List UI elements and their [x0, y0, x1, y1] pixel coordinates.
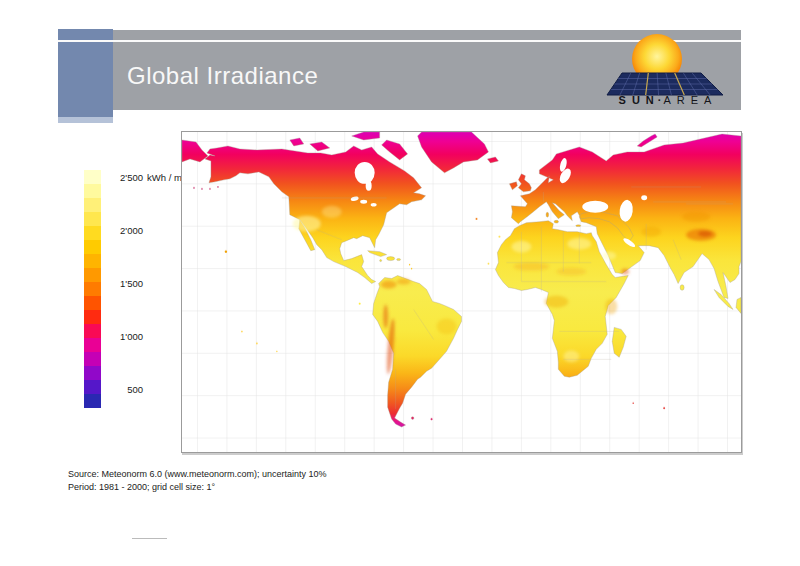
james-bay [366, 181, 372, 191]
island-polynesia-1 [241, 330, 243, 332]
source-line-2: Period: 1981 - 2000; grid cell size: 1° [68, 481, 327, 494]
island-cape-verde [488, 263, 490, 265]
land-jamaica [380, 260, 382, 262]
island-kerguelen [663, 407, 665, 409]
patch-tarim [682, 212, 710, 222]
island-polynesia-3 [276, 351, 278, 353]
island-crozet [632, 402, 634, 404]
island-canaries [498, 236, 500, 238]
patch-great-plains [322, 206, 342, 218]
land-falklands [411, 417, 414, 420]
legend-color-band [84, 240, 101, 254]
patch-arabia [602, 252, 616, 260]
legend-tick-value: 500 [106, 384, 143, 395]
patch-us-southwest [293, 216, 321, 232]
aral-sea [641, 195, 647, 200]
great-lake-3 [371, 203, 377, 207]
legend-tick-value: 1'500 [106, 278, 143, 289]
patch-himalaya [698, 231, 712, 237]
source-note: Source: Meteonorm 6.0 (www.meteonorm.com… [68, 468, 327, 494]
legend-colorbar [84, 170, 101, 408]
legend-tick-value: 1'000 [106, 331, 143, 342]
legend-color-band [84, 310, 101, 324]
land-puerto-rico [397, 259, 401, 261]
legend-tick-1000: 1'000 [106, 331, 143, 342]
land-hispaniola [387, 257, 395, 261]
patch-brazil [437, 318, 457, 334]
island-antilles-2 [411, 268, 412, 269]
legend-color-band [84, 212, 101, 226]
legend-color-band [84, 282, 101, 296]
patch-east-africa [605, 298, 617, 314]
island-antilles-1 [409, 264, 410, 265]
legend-tick-2500: 2'500 kWh / m2 [106, 172, 187, 183]
island-south-georgia [431, 418, 433, 420]
legend-tick-value: 2'000 [106, 225, 143, 236]
page-title: Global Irradiance [127, 44, 318, 108]
island-polynesia-2 [256, 342, 258, 344]
logo-text-sun: SUN [619, 94, 660, 106]
legend-tick-1500: 1'500 [106, 278, 143, 289]
island-hawaii [225, 250, 227, 252]
patch-kalahari [563, 350, 579, 362]
patch-horn [621, 269, 629, 275]
land-sardinia [546, 212, 549, 217]
legend-tick-2000: 2'000 [106, 225, 143, 236]
legend-color-band [84, 184, 101, 198]
legend-color-band [84, 254, 101, 268]
patch-iran [641, 227, 661, 237]
great-lake-2 [360, 200, 367, 204]
logo-text-dot: · [658, 94, 662, 106]
legend-color-band [84, 324, 101, 338]
patch-sahel-east [556, 268, 586, 276]
patch-congo [544, 295, 568, 307]
legend-tick-500: 500 [106, 384, 143, 395]
land-sicily [554, 220, 558, 223]
patch-andes-north [383, 304, 388, 328]
legend-color-band [84, 170, 101, 184]
footer-divider-line [132, 538, 167, 539]
hudson-bay [355, 162, 375, 184]
island-galapagos [359, 302, 361, 304]
legend-color-band [84, 296, 101, 310]
legend-color-band [84, 198, 101, 212]
land-sri-lanka [680, 285, 684, 291]
patch-colombia [381, 281, 397, 289]
legend-color-band [84, 338, 101, 352]
slide: Global Irradiance [0, 0, 800, 566]
legend-color-band [84, 352, 101, 366]
legend-color-band [84, 268, 101, 282]
land-crete [576, 225, 581, 227]
legend-color-band [84, 366, 101, 380]
logo-text-area: AREA [663, 94, 717, 106]
source-line-1: Source: Meteonorm 6.0 (www.meteonorm.com… [68, 468, 327, 481]
header-accent-square [58, 29, 113, 117]
logo-wordmark: SUN · AREA [595, 94, 741, 106]
patch-venezuela [397, 279, 411, 285]
island-azores [475, 218, 477, 220]
legend-color-band [84, 226, 101, 240]
patch-sahel-west [513, 263, 549, 271]
legend-tick-value: 2'500 [106, 172, 143, 183]
header-accent-strip [58, 117, 113, 123]
sun-area-logo: SUN · AREA [595, 30, 741, 110]
world-irradiance-map [181, 131, 742, 453]
black-sea [582, 201, 608, 213]
legend-color-band [84, 380, 101, 394]
legend-color-band [84, 394, 101, 408]
map-canvas [182, 132, 741, 452]
